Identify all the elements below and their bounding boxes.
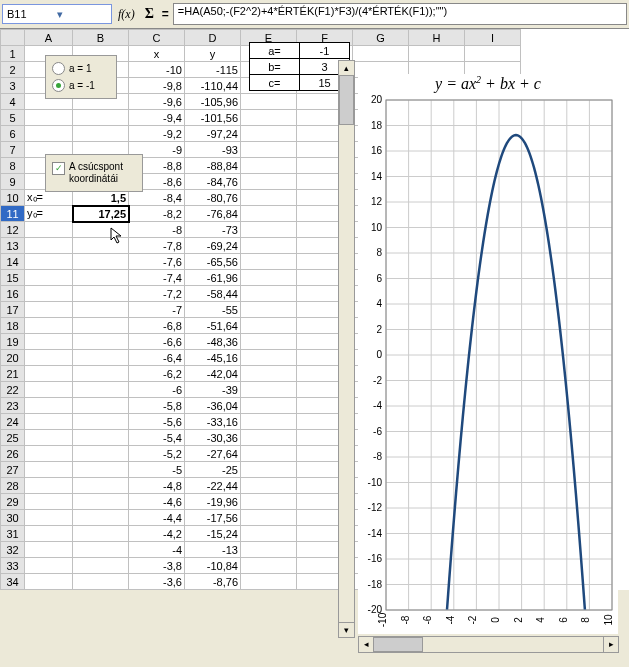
cell-E27[interactable] [241,462,297,478]
cell-C22[interactable]: -6 [129,382,185,398]
cell-E34[interactable] [241,574,297,590]
cell-E30[interactable] [241,510,297,526]
row-header[interactable]: 15 [1,270,25,286]
cell-E25[interactable] [241,430,297,446]
cell-B12[interactable] [73,222,129,238]
cell-D20[interactable]: -45,16 [185,350,241,366]
row-header[interactable]: 25 [1,430,25,446]
row-header[interactable]: 24 [1,414,25,430]
cell-D9[interactable]: -84,76 [185,174,241,190]
cell-C34[interactable]: -3,6 [129,574,185,590]
cell-D5[interactable]: -101,56 [185,110,241,126]
col-header[interactable]: H [409,30,465,46]
row-header[interactable]: 23 [1,398,25,414]
row-header[interactable]: 7 [1,142,25,158]
vertical-scrollbar[interactable]: ▴ ▾ [338,60,355,590]
cell-B22[interactable] [73,382,129,398]
cell-E17[interactable] [241,302,297,318]
row-header[interactable]: 3 [1,78,25,94]
cell-A12[interactable] [25,222,73,238]
row-header[interactable]: 19 [1,334,25,350]
cell-D15[interactable]: -61,96 [185,270,241,286]
cell-C23[interactable]: -5,8 [129,398,185,414]
cell-D11[interactable]: -76,84 [185,206,241,222]
col-header[interactable]: G [353,30,409,46]
cell-C16[interactable]: -7,2 [129,286,185,302]
row-header[interactable]: 10 [1,190,25,206]
row-header[interactable]: 21 [1,366,25,382]
cell-C2[interactable]: -10 [129,62,185,78]
col-header[interactable]: I [465,30,521,46]
cell-name-box[interactable]: B11 ▾ [2,4,112,24]
row-header[interactable]: 4 [1,94,25,110]
cell-G1[interactable] [353,46,409,62]
row-header[interactable]: 31 [1,526,25,542]
cell-D34[interactable]: -8,76 [185,574,241,590]
cell-B16[interactable] [73,286,129,302]
col-header[interactable]: B [73,30,129,46]
cell-E26[interactable] [241,446,297,462]
cell-A30[interactable] [25,510,73,526]
cell-D22[interactable]: -39 [185,382,241,398]
cell-D8[interactable]: -88,84 [185,158,241,174]
formula-input[interactable]: =HA(A50;-(F2^2)+4*ÉRTÉK(F1)*F3)/(4*ÉRTÉK… [173,3,627,25]
cell-B27[interactable] [73,462,129,478]
cell-A24[interactable] [25,414,73,430]
cell-A34[interactable] [25,574,73,590]
cell-E12[interactable] [241,222,297,238]
cell-C25[interactable]: -5,4 [129,430,185,446]
cell-C26[interactable]: -5,2 [129,446,185,462]
row-header[interactable]: 11 [1,206,25,222]
cell-C30[interactable]: -4,4 [129,510,185,526]
cell-A29[interactable] [25,494,73,510]
chevron-down-icon[interactable]: ▾ [57,8,107,21]
cell-D14[interactable]: -65,56 [185,254,241,270]
cell-D33[interactable]: -10,84 [185,558,241,574]
cell-D12[interactable]: -73 [185,222,241,238]
cell-C28[interactable]: -4,8 [129,478,185,494]
cell-A20[interactable] [25,350,73,366]
cell-C18[interactable]: -6,8 [129,318,185,334]
cell-C21[interactable]: -6,2 [129,366,185,382]
cell-C24[interactable]: -5,6 [129,414,185,430]
cell-E19[interactable] [241,334,297,350]
cell-B11[interactable]: 17,25 [73,206,129,222]
row-header[interactable]: 6 [1,126,25,142]
row-header[interactable]: 16 [1,286,25,302]
cell-A6[interactable] [25,126,73,142]
cell-E14[interactable] [241,254,297,270]
cell-C31[interactable]: -4,2 [129,526,185,542]
cell-A28[interactable] [25,478,73,494]
cell-D13[interactable]: -69,24 [185,238,241,254]
scroll-up-icon[interactable]: ▴ [339,61,354,76]
sigma-icon[interactable]: Σ [141,6,158,22]
cell-C17[interactable]: -7 [129,302,185,318]
cell-I1[interactable] [465,46,521,62]
row-header[interactable]: 22 [1,382,25,398]
cell-D16[interactable]: -58,44 [185,286,241,302]
cell-B25[interactable] [73,430,129,446]
cell-B15[interactable] [73,270,129,286]
cell-E7[interactable] [241,142,297,158]
cell-C15[interactable]: -7,4 [129,270,185,286]
cell-E4[interactable] [241,94,297,110]
cell-A27[interactable] [25,462,73,478]
cell-E33[interactable] [241,558,297,574]
cell-A17[interactable] [25,302,73,318]
cell-A23[interactable] [25,398,73,414]
row-header[interactable]: 14 [1,254,25,270]
cell-D10[interactable]: -80,76 [185,190,241,206]
cell-E13[interactable] [241,238,297,254]
cell-A11[interactable]: y₀= [25,206,73,222]
cell-A18[interactable] [25,318,73,334]
cell-C27[interactable]: -5 [129,462,185,478]
cell-E11[interactable] [241,206,297,222]
cell-A15[interactable] [25,270,73,286]
cell-B32[interactable] [73,542,129,558]
cell-B24[interactable] [73,414,129,430]
cell-E16[interactable] [241,286,297,302]
cell-E28[interactable] [241,478,297,494]
cell-B20[interactable] [73,350,129,366]
equals-icon[interactable]: = [158,7,173,21]
row-header[interactable]: 30 [1,510,25,526]
